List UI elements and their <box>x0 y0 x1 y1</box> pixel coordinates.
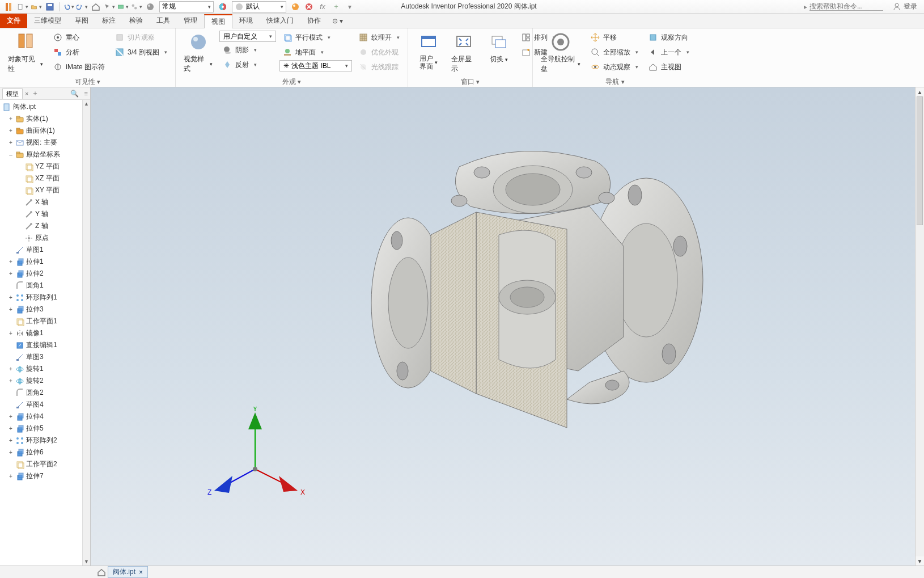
tab-view[interactable]: 视图 <box>204 14 232 28</box>
new-file-button[interactable] <box>17 1 28 12</box>
imate-button[interactable]: iiMate 图示符 <box>50 60 108 74</box>
tree-node[interactable]: 原点 <box>0 232 90 244</box>
tab-manage[interactable]: 管理 <box>177 14 204 28</box>
save-button[interactable] <box>44 1 56 12</box>
section-view-button[interactable]: 3/4 剖视图▾ <box>112 45 171 59</box>
tree-expander[interactable]: + <box>8 294 14 301</box>
tree-expander[interactable]: + <box>8 473 14 479</box>
tree-node[interactable]: +拉伸3 <box>0 303 90 315</box>
tree-expander[interactable]: + <box>8 414 14 420</box>
tree-node[interactable]: XZ 平面 <box>0 172 90 184</box>
tree-node[interactable]: +拉伸1 <box>0 256 90 268</box>
tab-overflow[interactable]: ⊙ ▾ <box>328 14 347 28</box>
app-icon[interactable] <box>3 1 15 12</box>
tab-annotate[interactable]: 标注 <box>95 14 122 28</box>
tab-inspect[interactable]: 检验 <box>122 14 150 28</box>
tree-node[interactable]: Z 轴 <box>0 220 90 232</box>
tree-node[interactable]: X 轴 <box>0 196 90 208</box>
tree-node[interactable]: +环形阵列1 <box>0 292 90 303</box>
tree-node[interactable]: 圆角1 <box>0 280 90 292</box>
material-button[interactable] <box>117 1 129 12</box>
tab-3dmodel[interactable]: 三维模型 <box>27 14 68 28</box>
color-wheel-button[interactable] <box>217 1 228 12</box>
tree-node[interactable]: +视图: 主要 <box>0 137 90 149</box>
tree-node[interactable]: –原始坐标系 <box>0 149 90 161</box>
scroll-up-icon[interactable]: ▲ <box>915 87 924 96</box>
tree-node[interactable]: +环形阵列2 <box>0 434 90 446</box>
look-at-button[interactable]: 观察方向 <box>645 31 693 44</box>
model-tree[interactable]: 阀体.ipt +实体(1)+曲面体(1)+视图: 主要–原始坐标系YZ 平面XZ… <box>0 100 90 566</box>
undo-button[interactable] <box>63 1 74 12</box>
open-file-button[interactable] <box>31 1 42 12</box>
tree-node[interactable]: +拉伸4 <box>0 411 90 423</box>
tab-collaborate[interactable]: 协作 <box>300 14 328 28</box>
tree-node[interactable]: +拉伸7 <box>0 470 90 482</box>
tree-node[interactable]: Y 轴 <box>0 208 90 220</box>
analysis-button[interactable]: 分析 <box>50 45 108 59</box>
tree-node[interactable]: 草图3 <box>0 351 90 363</box>
orbit-button[interactable]: 动态观察▾ <box>587 60 642 74</box>
tree-node[interactable]: +拉伸6 <box>0 446 90 458</box>
object-visibility-button[interactable]: 对象可见性▾ <box>5 31 46 75</box>
reflection-button[interactable]: 反射▾ <box>219 58 276 71</box>
home-button[interactable] <box>90 1 101 12</box>
clear-override-button[interactable] <box>303 1 315 12</box>
tree-expander[interactable]: + <box>8 378 14 384</box>
fx-button[interactable]: fx <box>317 1 328 12</box>
tree-node[interactable]: 草图1 <box>0 244 90 256</box>
add-button[interactable]: ＋ <box>330 1 342 12</box>
document-tab[interactable]: 阀体.ipt × <box>108 566 148 578</box>
previous-view-button[interactable]: 上一个▾ <box>645 45 693 59</box>
center-of-gravity-button[interactable]: 重心 <box>50 31 108 44</box>
browser-tab-add[interactable]: ＋ <box>32 88 39 98</box>
shadow-button[interactable]: 阴影▾ <box>219 43 276 57</box>
tree-node[interactable]: +拉伸5 <box>0 423 90 434</box>
document-tab-close[interactable]: × <box>139 568 143 576</box>
visual-style-combo[interactable]: 用户自定义▾ <box>219 31 276 42</box>
tree-node[interactable]: +拉伸2 <box>0 268 90 280</box>
tree-node[interactable]: +镜像1 <box>0 327 90 339</box>
tree-expander[interactable]: – <box>8 151 14 158</box>
ray-trace-button[interactable]: 光线跟踪 <box>355 60 403 74</box>
scroll-down-icon[interactable]: ▼ <box>83 558 90 566</box>
viewport-scrollbar[interactable]: ▲ ▼ <box>915 87 924 566</box>
tree-node[interactable]: 工作平面2 <box>0 458 90 470</box>
tree-node[interactable]: +旋转2 <box>0 375 90 387</box>
tree-expander[interactable]: + <box>8 116 14 122</box>
redo-button[interactable] <box>77 1 88 12</box>
tree-node[interactable]: YZ 平面 <box>0 161 90 172</box>
tree-expander[interactable]: + <box>8 306 14 313</box>
color-override-button[interactable] <box>290 1 301 12</box>
tree-expander[interactable]: + <box>8 140 14 146</box>
tab-tools[interactable]: 工具 <box>150 14 177 28</box>
browser-tab-close[interactable]: × <box>25 90 28 97</box>
tree-expander[interactable]: + <box>8 330 14 336</box>
home-view-button[interactable]: 主视图 <box>645 60 693 74</box>
tree-expander[interactable]: + <box>8 449 14 455</box>
switch-window-button[interactable]: 切换▾ <box>483 31 515 65</box>
login-button[interactable]: 登录 <box>892 2 917 11</box>
browser-search-icon[interactable]: 🔍 <box>70 90 79 98</box>
doc-home-button[interactable] <box>96 567 107 577</box>
steering-wheel-button[interactable]: 全导航控制盘▾ <box>537 31 584 75</box>
ui-button[interactable]: 用户 界面▾ <box>413 31 444 72</box>
tree-node[interactable]: +实体(1) <box>0 113 90 125</box>
browser-menu[interactable]: ≡ <box>84 90 88 97</box>
tree-node[interactable]: 工作平面1 <box>0 315 90 327</box>
optimize-appearance-button[interactable]: 优化外观 <box>355 45 403 59</box>
tree-expander[interactable]: + <box>8 425 14 432</box>
measure-button[interactable] <box>131 1 142 12</box>
tree-expander[interactable]: + <box>8 366 14 372</box>
tree-expander[interactable]: + <box>8 128 14 134</box>
tree-node[interactable]: +旋转1 <box>0 363 90 375</box>
tree-node[interactable]: 草图4 <box>0 399 90 411</box>
appearance-sphere-button[interactable] <box>145 1 156 12</box>
tree-node[interactable]: 直接编辑1 <box>0 339 90 351</box>
ground-plane-button[interactable]: 地平面▾ <box>279 45 352 59</box>
tree-expander[interactable]: + <box>8 259 14 265</box>
tree-expander[interactable]: + <box>8 437 14 444</box>
ibl-combo[interactable]: ✳浅色主题 IBL▾ <box>279 60 352 71</box>
texture-button[interactable]: 纹理开▾ <box>355 31 403 44</box>
scroll-up-icon[interactable]: ▲ <box>83 100 90 108</box>
visual-style-button[interactable]: 视觉样式▾ <box>180 31 216 75</box>
